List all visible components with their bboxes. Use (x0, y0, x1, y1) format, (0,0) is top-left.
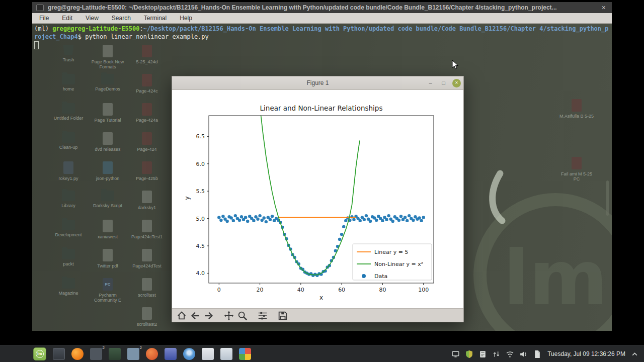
desktop-icon[interactable]: Page-424 (128, 132, 166, 161)
desktop-icon[interactable]: Darksky Script (89, 191, 127, 220)
terminal-menubar: FileEditViewSearchTerminalHelp (32, 13, 612, 24)
desktop-icon[interactable]: Page-424a (128, 103, 166, 132)
terminal-titlebar[interactable]: greg@greg-Latitude-E5500: ~/Desktop/pack… (32, 2, 612, 13)
show-desktop-launcher[interactable] (53, 348, 65, 360)
pan-icon[interactable] (223, 310, 234, 321)
menu-help[interactable]: Help (180, 15, 192, 22)
display-tray-icon[interactable] (451, 350, 460, 358)
folder-icon (101, 191, 114, 201)
desktop-icon[interactable]: Untitled Folder (49, 103, 88, 132)
desktop-icon[interactable]: packt (49, 249, 88, 278)
desktop-icon-label: rokey1.py (50, 176, 87, 181)
desktop-icon[interactable]: json-python (89, 161, 127, 191)
desktop-icon-label: Fail ami M 5-25 PC (558, 171, 595, 182)
menu-terminal[interactable]: Terminal (144, 15, 167, 22)
home-icon[interactable] (176, 310, 187, 321)
file-icon (142, 307, 152, 320)
desktop-icon[interactable]: PCPycharm Community E (89, 278, 127, 307)
desktop-icon-label: Page-424a (128, 118, 166, 123)
desktop-icon-label: Development (50, 232, 87, 237)
file-icon (103, 161, 113, 174)
desktop-icon[interactable]: Library (49, 191, 88, 220)
desktop-icon-label: M.Asifulla B 5-25 (558, 114, 595, 119)
desktop-icon[interactable]: xaniawest (89, 220, 127, 249)
desktop-icon[interactable]: scrolltest2 (128, 307, 166, 331)
desktop-icon[interactable]: Fail ami M 5-25 PC (557, 157, 596, 186)
package-app-launcher[interactable] (165, 348, 177, 360)
desktop-icon[interactable]: Page424dTest (128, 249, 166, 278)
firewall-tray-icon[interactable] (465, 350, 473, 358)
software-app-launcher[interactable] (146, 348, 158, 360)
desktop-icon[interactable]: Clean-up (49, 132, 88, 161)
maximize-button[interactable]: □ (439, 79, 448, 87)
notes-tray-icon[interactable] (478, 350, 487, 358)
desktop-icon-label: Trash (50, 57, 87, 62)
desktop-icon[interactable]: Magazine (49, 278, 88, 307)
wifi-tray-icon[interactable] (506, 350, 514, 358)
configure-subplots-icon[interactable] (257, 310, 268, 321)
svg-text:4.0: 4.0 (196, 270, 205, 277)
desktop-icon[interactable]: Page-425b (128, 161, 166, 191)
terminal-cursor (34, 41, 39, 49)
svg-text:100: 100 (418, 287, 429, 293)
chromium-launcher[interactable] (183, 348, 195, 360)
minimize-button[interactable]: – (426, 79, 435, 87)
desktop-icon[interactable]: Page Book New Formats (89, 45, 127, 74)
taskbar-launchers: lm22 (33, 347, 251, 360)
back-icon[interactable] (190, 310, 201, 321)
volume-tray-icon[interactable] (519, 350, 528, 358)
folder-icon (62, 74, 75, 84)
text-editor-launcher[interactable] (109, 348, 121, 360)
zoom-icon[interactable] (237, 310, 248, 321)
close-button[interactable]: × (452, 79, 461, 87)
calendar-app-launcher[interactable] (220, 348, 232, 360)
desktop-icon[interactable]: Page424cTest1 (128, 220, 166, 249)
svg-text:80: 80 (379, 287, 386, 293)
save-icon[interactable] (277, 310, 288, 321)
desktop-icon-label: PageDemos (89, 86, 126, 92)
menu-search[interactable]: Search (112, 15, 131, 22)
desktop-icon-label: Untitled Folder (50, 116, 87, 121)
desktop-icon[interactable]: home (49, 74, 88, 103)
desktop-icon[interactable]: darksky1 (128, 191, 166, 220)
desktop-icon[interactable]: Page Tutorial (89, 103, 127, 132)
svg-text:Non-Linear y = x²: Non-Linear y = x² (374, 261, 423, 267)
folder-icon (62, 278, 75, 289)
forward-icon[interactable] (203, 310, 214, 321)
document-tray-icon[interactable] (533, 350, 541, 358)
panel-expand-icon[interactable] (630, 350, 639, 358)
mint-menu-launcher[interactable]: lm (33, 347, 46, 360)
system-tray (451, 350, 541, 358)
desktop-icon[interactable]: 5-25_424d (128, 45, 166, 74)
svg-text:Linear y = 5: Linear y = 5 (374, 249, 408, 255)
desktop-icon[interactable]: rokey1.py (49, 161, 88, 191)
menu-file[interactable]: File (39, 15, 49, 22)
folder-icon (101, 74, 114, 84)
desktop-icon[interactable]: Twitter pdf (89, 249, 127, 278)
menu-view[interactable]: View (86, 15, 99, 22)
desktop-icon[interactable]: dvd releases (89, 132, 127, 161)
file-icon (142, 191, 152, 203)
desktop-icon-label: Page-424c (128, 88, 166, 94)
mail-app-launcher[interactable] (202, 348, 214, 360)
desktop-icon[interactable]: Trash (49, 45, 88, 74)
file-manager-launcher[interactable]: 2 (127, 348, 139, 360)
terminal-body[interactable]: lm TrashhomeUntitled FolderClean-uprokey… (32, 24, 612, 331)
firefox-launcher[interactable] (71, 348, 84, 360)
terminal-line: roject_Chap4$ python linear_nonlinear_ex… (34, 33, 609, 41)
desktop-icon-label: Page-425b (128, 176, 166, 181)
figure-titlebar[interactable]: Figure 1 – □ × (172, 76, 463, 90)
terminal-scrollbar[interactable] (606, 180, 609, 216)
desktop-icon[interactable]: Page-424c (128, 74, 166, 103)
desktop-icon[interactable]: Development (49, 220, 88, 249)
terminal-close-icon[interactable]: × (600, 3, 608, 13)
window-group-launcher[interactable]: 2 (90, 348, 102, 360)
screenshot-tool-launcher[interactable] (239, 348, 251, 360)
desktop-icon-label: packt (50, 261, 87, 266)
desktop-icon[interactable]: PageDemos (89, 74, 127, 103)
desktop-icon[interactable]: M.Asifulla B 5-25 (557, 99, 596, 128)
network-tray-icon[interactable] (492, 350, 501, 358)
menu-edit[interactable]: Edit (62, 15, 72, 22)
clock[interactable]: Tuesday, Jul 09 12:36:26 PM (547, 350, 625, 357)
desktop-icon[interactable]: scrolltest (128, 278, 166, 307)
